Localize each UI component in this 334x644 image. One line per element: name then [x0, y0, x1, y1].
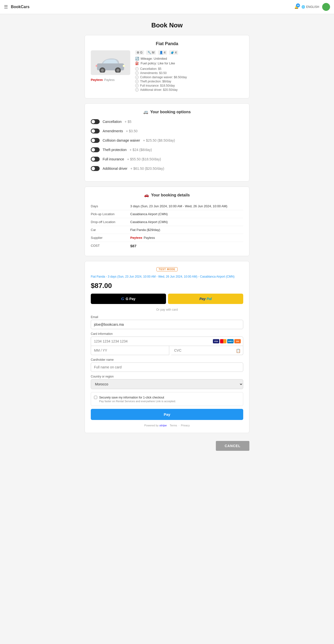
details-table: Days 3 days (Sun, 23 Jun 2024, 10:00 AM … — [91, 202, 243, 250]
paypal-icon: Pay — [200, 297, 206, 301]
supplier-logo: Payless Payless — [91, 78, 130, 82]
option-full-insurance-price: + $55.50 ($18.50/day) — [127, 157, 161, 161]
fuel-icon: ⛽ — [135, 62, 139, 65]
language-button[interactable]: 🌐 ENGLISH — [302, 5, 319, 9]
terms-link[interactable]: Terms — [170, 424, 177, 427]
spec-seats: 👤 4 — [158, 50, 167, 55]
booking-options-card: 🚐 Your booking options Cancellation + $5… — [84, 104, 250, 182]
details-supplier: Supplier Payless Payless — [91, 234, 243, 242]
card-number-row: VISA MC AMEX DIN — [91, 336, 243, 346]
spec-bags: 🧳 4 — [169, 50, 178, 55]
payment-description: Fiat Panda - 3 days (Sun, 23 Jun 2024, 1… — [91, 274, 243, 279]
details-dropoff: Drop-off Location Casablanca Airport (CM… — [91, 218, 243, 226]
option-theft: Theft protection + $24 ($8/day) — [91, 147, 243, 152]
toggle-full-insurance[interactable] — [91, 157, 100, 162]
details-car: Car Fiat Panda ($29/day) — [91, 226, 243, 234]
card-icons: VISA MC AMEX DIN — [213, 339, 241, 344]
pricing-amendments: i Amendments: $3.50 — [135, 71, 243, 75]
email-group: Email — [91, 315, 243, 329]
card-info-group: Card information VISA MC AMEX DIN 📋 — [91, 332, 243, 355]
stripe-logo: stripe — [159, 424, 167, 427]
booking-details-title: 🚗 Your booking details — [91, 193, 243, 198]
car-details: ⚙ G 🔧 M 👤 4 🧳 4 🔄 Mileage: Unlimited ⛽ F… — [135, 50, 243, 92]
fuel-text: Fuel policy: Like for Like — [140, 62, 175, 65]
stripe-footer: Powered by stripe Terms · Privacy — [91, 424, 243, 427]
expiry-cvc-row: 📋 — [91, 346, 243, 355]
car-info-row: Payless Payless ⚙ G 🔧 M 👤 4 🧳 4 🔄 Mileag… — [91, 50, 243, 92]
option-cancellation-label: Cancellation — [102, 120, 122, 124]
pay-button[interactable]: Pay — [91, 409, 243, 420]
cardholder-input[interactable] — [91, 362, 243, 372]
menu-icon[interactable]: ☰ — [4, 4, 8, 10]
option-additional-driver: Additional driver + $61.50 ($20.50/day) — [91, 166, 243, 171]
supplier-cell: Payless Payless — [130, 236, 243, 240]
option-full-insurance: Full insurance + $55.50 ($18.50/day) — [91, 157, 243, 162]
option-amendments-price: + $3.50 — [126, 129, 138, 133]
info-icon-5: i — [135, 84, 139, 87]
fuel-feature: ⛽ Fuel policy: Like for Like — [135, 62, 243, 65]
option-cdw: Collision damage waiver + $25.50 ($8.50/… — [91, 138, 243, 143]
option-cdw-label: Collision damage waiver — [102, 138, 140, 142]
gpay-button[interactable]: G G Pay — [91, 294, 166, 304]
email-input[interactable] — [91, 320, 243, 329]
privacy-link[interactable]: Privacy — [181, 424, 190, 427]
cardholder-label: Cardholder name — [91, 358, 243, 362]
save-info-checkbox[interactable] — [94, 396, 97, 399]
amex-icon: AMEX — [227, 339, 234, 344]
header: ☰ BookCars 🔔 35 🌐 ENGLISH — [0, 0, 334, 14]
details-cost: COST $87 — [91, 242, 243, 250]
discover-icon: DIN — [234, 339, 241, 344]
booking-details-card: 🚗 Your booking details Days 3 days (Sun,… — [84, 186, 250, 256]
svg-rect-5 — [123, 65, 125, 67]
test-mode-badge: TEST MODE — [91, 267, 243, 272]
expiry-input[interactable] — [91, 346, 169, 355]
paypal-icon2: Pal — [206, 297, 212, 301]
mileage-text: Mileage: Unlimited — [140, 57, 167, 60]
car-image — [91, 50, 130, 75]
mileage-feature: 🔄 Mileage: Unlimited — [135, 57, 243, 60]
avatar[interactable] — [322, 3, 330, 11]
pricing-cdw: i Collision damage waiver: $8.50/day — [135, 76, 243, 79]
country-select[interactable]: Morocco — [91, 379, 243, 389]
toggle-additional-driver[interactable] — [91, 166, 100, 171]
paypal-button[interactable]: Pay Pal — [168, 294, 243, 304]
spec-type: 🔧 M — [146, 50, 156, 55]
pricing-list: i Cancellation: $5 i Amendments: $3.50 i… — [135, 67, 243, 92]
booking-options-icon: 🚐 — [143, 110, 148, 114]
globe-icon: 🌐 — [302, 5, 305, 9]
toggle-cancellation[interactable] — [91, 119, 100, 124]
cancel-bar: CANCEL — [84, 438, 250, 453]
car-icon: 🚗 — [144, 193, 149, 198]
payless-text: Payless — [104, 78, 114, 82]
pricing-theft: i Theft protection: $8/day — [135, 80, 243, 83]
notif-badge: 35 — [296, 4, 300, 8]
toggle-amendments[interactable] — [91, 128, 100, 134]
toggle-cdw[interactable] — [91, 138, 100, 143]
option-cdw-price: + $25.50 ($8.50/day) — [143, 138, 175, 142]
payment-card: TEST MODE Fiat Panda - 3 days (Sun, 23 J… — [84, 261, 250, 433]
mastercard-icon: MC — [220, 339, 226, 344]
option-full-insurance-label: Full insurance — [102, 157, 124, 161]
page-title: Book Now — [84, 22, 250, 29]
info-icon-6: i — [135, 88, 139, 92]
svg-rect-6 — [96, 65, 97, 67]
cancel-button[interactable]: CANCEL — [216, 441, 250, 451]
car-specs: ⚙ G 🔧 M 👤 4 🧳 4 — [135, 50, 243, 55]
option-theft-label: Theft protection — [102, 148, 126, 152]
cvc-input[interactable] — [171, 346, 243, 355]
car-name: Fiat Panda — [91, 41, 243, 46]
toggle-theft[interactable] — [91, 147, 100, 152]
cardholder-group: Cardholder name — [91, 358, 243, 372]
svg-point-4 — [116, 69, 120, 72]
pricing-additional-driver: i Additional driver: $20.50/day — [135, 88, 243, 92]
info-icon-1: i — [135, 67, 139, 70]
divider-text: Or pay with card — [91, 308, 243, 312]
payment-buttons: G G Pay Pay Pal — [91, 294, 243, 304]
notifications-button[interactable]: 🔔 35 — [294, 5, 298, 9]
country-group: Country or region Morocco — [91, 375, 243, 389]
info-icon-4: i — [135, 80, 139, 83]
cvc-icon: 📋 — [236, 348, 241, 353]
supplier-payless-logo: Payless — [130, 236, 142, 240]
car-svg — [93, 53, 128, 72]
email-label: Email — [91, 315, 243, 319]
